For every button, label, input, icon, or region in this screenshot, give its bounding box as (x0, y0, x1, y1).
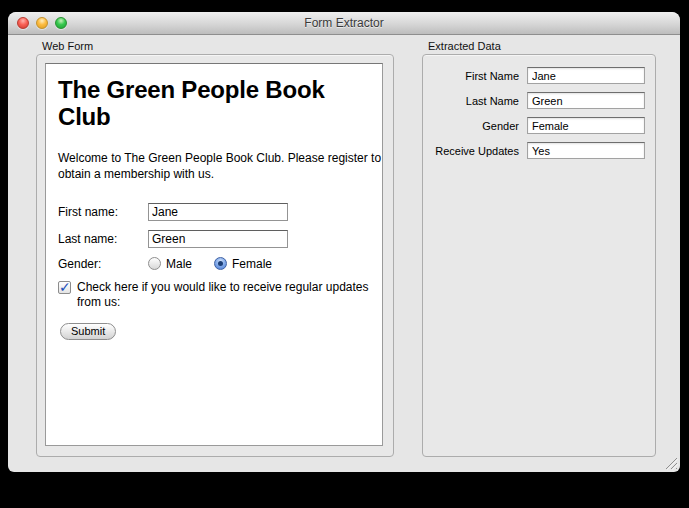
submit-button[interactable]: Submit (60, 323, 116, 340)
window-title: Form Extractor (304, 16, 383, 30)
female-radio-label[interactable]: Female (232, 257, 272, 271)
extracted-gender-label: Gender (482, 120, 519, 132)
intro-text: Welcome to The Green People Book Club. P… (58, 150, 383, 182)
table-row: Last Name (423, 92, 655, 109)
first-name-label: First name: (58, 205, 148, 219)
table-row: Gender (423, 117, 655, 134)
table-row: Receive Updates (423, 142, 655, 159)
app-window: Form Extractor Web Form Extracted Data T… (8, 12, 680, 472)
close-button[interactable] (17, 17, 29, 29)
page-title: The Green People Book Club (58, 76, 370, 130)
updates-checkbox-label[interactable]: Check here if you would like to receive … (77, 280, 370, 311)
last-name-input[interactable] (148, 230, 288, 248)
extracted-data-box-label: Extracted Data (428, 40, 501, 52)
extracted-data-group-box: First Name Last Name Gender Receive Upda… (422, 54, 656, 457)
extracted-first-name-label: First Name (465, 70, 519, 82)
extracted-last-name-field[interactable] (527, 92, 645, 109)
male-radio-label[interactable]: Male (166, 257, 192, 271)
web-view: The Green People Book Club Welcome to Th… (45, 63, 383, 446)
extracted-data-rows: First Name Last Name Gender Receive Upda… (423, 55, 655, 159)
updates-checkbox[interactable] (58, 281, 71, 294)
gender-row: Gender: Male Female (58, 257, 370, 271)
minimize-button[interactable] (36, 17, 48, 29)
extracted-first-name-field[interactable] (527, 67, 645, 84)
web-form-group-box: The Green People Book Club Welcome to Th… (36, 54, 394, 457)
gender-radio-group: Male Female (148, 257, 272, 271)
title-bar[interactable]: Form Extractor (8, 12, 680, 35)
updates-checkbox-row: Check here if you would like to receive … (58, 280, 370, 311)
extracted-gender-field[interactable] (527, 117, 645, 134)
first-name-row: First name: (58, 203, 370, 221)
first-name-input[interactable] (148, 203, 288, 221)
extracted-updates-label: Receive Updates (435, 145, 519, 157)
extracted-last-name-label: Last Name (466, 95, 519, 107)
table-row: First Name (423, 67, 655, 84)
gender-label: Gender: (58, 257, 148, 271)
zoom-button[interactable] (55, 17, 67, 29)
last-name-label: Last name: (58, 232, 148, 246)
extracted-updates-field[interactable] (527, 142, 645, 159)
resize-grip-icon[interactable] (664, 456, 678, 470)
web-form-box-label: Web Form (42, 40, 93, 52)
female-radio[interactable] (214, 257, 227, 270)
window-controls (17, 17, 67, 29)
male-radio[interactable] (148, 257, 161, 270)
last-name-row: Last name: (58, 230, 370, 248)
